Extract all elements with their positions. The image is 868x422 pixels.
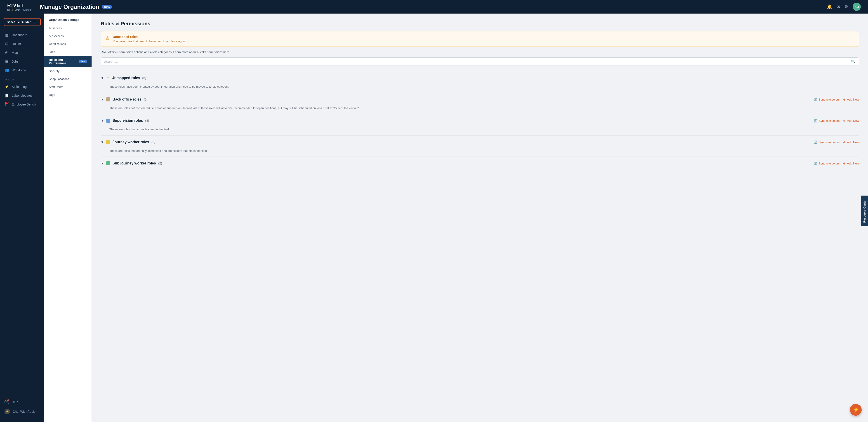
- sub-journey-worker-section-header: ▼ Sub journey worker roles (2) 🔄 Sync ro…: [101, 157, 859, 170]
- secondary-nav-jobs[interactable]: Jobs: [44, 48, 92, 56]
- sidebar-item-help[interactable]: ? Help: [0, 398, 44, 407]
- secondary-nav-api-access[interactable]: API Access: [44, 32, 92, 40]
- sidebar-item-employee-bench[interactable]: 🚩 Employee Bench: [0, 100, 44, 109]
- secondary-nav-tags[interactable]: Tags: [44, 91, 92, 99]
- sync-icon: 🔄: [814, 98, 817, 101]
- labor-updates-icon: 📋: [4, 93, 9, 98]
- body-layout: Schedule Builder ☰+ ▦ Dashboard ▤ Roster…: [0, 13, 868, 422]
- sidebar-item-labor-updates[interactable]: 📋 Labor Updates: [0, 91, 44, 100]
- help-notification-dot: [7, 399, 9, 401]
- secondary-nav-security[interactable]: Security: [44, 67, 92, 75]
- sidebar-item-chat-rosie[interactable]: ⚡ Chat With Rosie: [0, 407, 44, 417]
- back-office-section-desc: These are roles not considered field sta…: [101, 106, 859, 114]
- warning-title: Unmapped roles: [113, 35, 186, 39]
- unmapped-section-name: Unmapped roles: [112, 76, 140, 80]
- role-section-supervision: ▼ Supervision roles (4) 🔄 Sync role colo…: [101, 114, 859, 135]
- search-input[interactable]: [104, 60, 849, 63]
- sidebar-item-workforce[interactable]: 👥 Workforce: [0, 66, 44, 74]
- sidebar-item-roster[interactable]: ▤ Roster: [0, 39, 44, 48]
- unmapped-roles-banner: ⚠ Unmapped roles You have roles that nee…: [101, 31, 859, 47]
- journey-worker-color-dot: [106, 140, 110, 144]
- avatar[interactable]: AO: [852, 3, 861, 11]
- tools-label: TOOLS: [0, 74, 44, 82]
- add-icon: ⊕: [843, 98, 846, 101]
- rosie-fab-button[interactable]: ⚡: [850, 404, 862, 416]
- beta-badge: Beta: [102, 5, 112, 9]
- rosie-icon: ⚡: [4, 409, 10, 414]
- info-text: Rivet offers 6 permission options and 4 …: [101, 51, 859, 54]
- sub-journey-worker-sync-btn[interactable]: 🔄 Sync role colors: [814, 162, 839, 165]
- sub-journey-worker-add-new-btn[interactable]: ⊕ Add New: [843, 162, 859, 165]
- journey-worker-sync-btn[interactable]: 🔄 Sync role colors: [814, 140, 839, 144]
- bell-icon[interactable]: 🔔: [827, 4, 832, 9]
- top-header: RIVET for 🔒 LMD Revisited Manage Organiz…: [0, 0, 868, 13]
- employee-bench-icon: 🚩: [4, 102, 9, 106]
- warning-description: You have roles that need to be moved to …: [113, 39, 186, 43]
- journey-worker-actions: 🔄 Sync role colors ⊕ Add New: [814, 140, 859, 144]
- supervision-section-header: ▼ Supervision roles (4) 🔄 Sync role colo…: [101, 114, 859, 127]
- roles-permissions-title: Roles & Permissions: [101, 21, 859, 27]
- sync-icon-3: 🔄: [814, 140, 817, 144]
- schedule-builder-icon: ☰+: [33, 20, 37, 24]
- sidebar-item-map[interactable]: ◎ Map: [0, 48, 44, 57]
- supervision-add-new-btn[interactable]: ⊕ Add New: [843, 119, 859, 123]
- mail-icon[interactable]: ✉: [837, 4, 840, 9]
- warning-content: Unmapped roles You have roles that need …: [113, 35, 186, 43]
- secondary-nav-shop-locations[interactable]: Shop Locations: [44, 75, 92, 83]
- sync-icon-2: 🔄: [814, 119, 817, 123]
- sidebar-item-action-log[interactable]: ⚡ Action Log: [0, 82, 44, 91]
- header-actions: 🔔 ✉ ⚙ AO: [827, 3, 861, 11]
- sidebar-item-dashboard[interactable]: ▦ Dashboard: [0, 31, 44, 39]
- supervision-section-name: Supervision roles: [113, 119, 143, 123]
- back-office-chevron-icon[interactable]: ▼: [101, 98, 104, 101]
- workforce-icon: 👥: [4, 68, 9, 72]
- secondary-sidebar: Organization Settings Absences API Acces…: [44, 13, 92, 422]
- journey-worker-section-desc: These are roles that are fully accredite…: [101, 149, 859, 157]
- sub-journey-worker-chevron-icon[interactable]: ▼: [101, 162, 104, 165]
- journey-worker-section-name: Journey worker roles: [113, 140, 149, 144]
- journey-worker-count: (2): [151, 140, 155, 144]
- journey-worker-add-new-btn[interactable]: ⊕ Add New: [843, 140, 859, 144]
- sidebar-bottom: ? Help ⚡ Chat With Rosie: [0, 395, 44, 419]
- secondary-nav-absences[interactable]: Absences: [44, 24, 92, 32]
- back-office-sync-btn[interactable]: 🔄 Sync role colors: [814, 98, 839, 101]
- back-office-actions: 🔄 Sync role colors ⊕ Add New: [814, 97, 859, 101]
- role-section-journey-worker: ▼ Journey worker roles (2) 🔄 Sync role c…: [101, 135, 859, 157]
- sidebar-item-jobs[interactable]: ▣ Jobs: [0, 57, 44, 66]
- unmapped-count: (6): [142, 76, 146, 80]
- journey-worker-section-header: ▼ Journey worker roles (2) 🔄 Sync role c…: [101, 135, 859, 149]
- add-icon-4: ⊕: [843, 162, 846, 165]
- unmapped-warning-icon: ⚠: [106, 76, 110, 80]
- secondary-nav-title: Organization Settings: [44, 13, 92, 24]
- back-office-section-name: Back office roles: [113, 97, 142, 101]
- roles-beta-badge: Beta: [79, 60, 87, 63]
- sub-journey-worker-color-dot: [106, 161, 110, 165]
- back-office-color-dot: [106, 97, 110, 101]
- main-content: Roles & Permissions ⚠ Unmapped roles You…: [92, 13, 868, 422]
- gear-icon[interactable]: ⚙: [844, 4, 848, 9]
- schedule-builder-button[interactable]: Schedule Builder ☰+: [4, 18, 41, 26]
- warning-triangle-icon: ⚠: [105, 35, 110, 41]
- action-log-icon: ⚡: [4, 85, 9, 89]
- supervision-actions: 🔄 Sync role colors ⊕ Add New: [814, 119, 859, 123]
- journey-worker-chevron-icon[interactable]: ▼: [101, 140, 104, 144]
- dashboard-icon: ▦: [4, 33, 9, 37]
- role-section-back-office: ▼ Back office roles (5) 🔄 Sync role colo…: [101, 93, 859, 114]
- secondary-nav-staff-users[interactable]: Staff Users: [44, 83, 92, 91]
- sync-icon-4: 🔄: [814, 162, 817, 165]
- back-office-add-new-btn[interactable]: ⊕ Add New: [843, 98, 859, 101]
- back-office-section-header: ▼ Back office roles (5) 🔄 Sync role colo…: [101, 93, 859, 106]
- sub-journey-worker-count: (2): [158, 162, 162, 165]
- resource-center-tab[interactable]: Resource Center: [861, 196, 868, 226]
- jobs-icon: ▣: [4, 59, 9, 63]
- logo-title: RIVET: [7, 2, 31, 8]
- supervision-color-dot: [106, 119, 110, 123]
- secondary-nav-roles-permissions[interactable]: Roles and Permissions Beta: [44, 56, 92, 67]
- supervision-chevron-icon[interactable]: ▼: [101, 119, 104, 123]
- supervision-sync-btn[interactable]: 🔄 Sync role colors: [814, 119, 839, 123]
- roster-icon: ▤: [4, 41, 9, 46]
- unmapped-chevron-icon[interactable]: ▼: [101, 76, 104, 80]
- back-office-count: (5): [144, 98, 148, 101]
- secondary-nav-certifications[interactable]: Certifications: [44, 40, 92, 48]
- search-icon: 🔍: [851, 59, 856, 64]
